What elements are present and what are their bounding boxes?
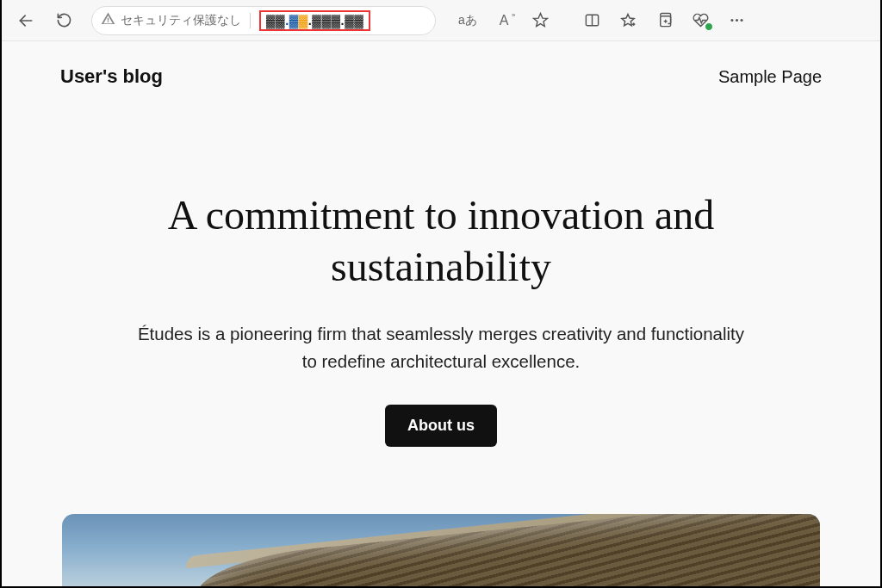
toolbar-right: aあ A»: [451, 5, 753, 36]
site-nav: Sample Page: [718, 67, 822, 87]
about-us-button[interactable]: About us: [385, 405, 497, 447]
site-title[interactable]: User's blog: [60, 65, 163, 88]
reading-mode-label: aあ: [458, 13, 477, 28]
font-a-icon: A»: [500, 13, 509, 28]
svg-point-10: [730, 19, 733, 22]
hero-heading: A commitment to innovation and sustainab…: [53, 189, 829, 293]
svg-marker-4: [622, 14, 634, 25]
browser-toolbar: セキュリティ保護なし ▓▓.▓▓.▓▓▓.▓▓ aあ A»: [2, 0, 880, 41]
hero-section: A commitment to innovation and sustainab…: [2, 95, 880, 447]
hero-image: [62, 514, 820, 588]
collections-icon: [656, 12, 673, 28]
address-bar[interactable]: セキュリティ保護なし ▓▓.▓▓.▓▓▓.▓▓: [91, 6, 436, 35]
warning-triangle-icon: [101, 11, 115, 29]
site-header: User's blog Sample Page: [2, 41, 880, 95]
hero-subheading: Études is a pioneering firm that seamles…: [131, 320, 751, 375]
more-menu-button[interactable]: [720, 5, 753, 36]
favorites-list-button[interactable]: [612, 5, 644, 36]
refresh-button[interactable]: [47, 5, 81, 36]
status-dot-icon: [705, 22, 713, 31]
split-screen-button[interactable]: [575, 5, 608, 36]
security-warning-text: セキュリティ保護なし: [121, 13, 241, 28]
address-divider: [250, 13, 251, 28]
star-plus-icon: [619, 12, 637, 29]
svg-point-11: [735, 19, 737, 22]
ellipsis-icon: [729, 12, 745, 28]
back-button[interactable]: [9, 5, 43, 36]
svg-point-12: [740, 19, 742, 22]
refresh-icon: [56, 12, 72, 28]
reading-mode-button[interactable]: aあ: [451, 5, 484, 36]
svg-marker-1: [533, 14, 547, 27]
read-aloud-button[interactable]: A»: [488, 5, 520, 36]
collections-button[interactable]: [648, 5, 680, 36]
star-icon: [532, 12, 549, 28]
url-display: ▓▓.▓▓.▓▓▓.▓▓: [259, 10, 370, 31]
favorite-button[interactable]: [524, 5, 556, 36]
split-screen-icon: [584, 12, 600, 28]
performance-button[interactable]: [684, 5, 717, 36]
arrow-left-icon: [17, 12, 34, 29]
page-content: User's blog Sample Page A commitment to …: [2, 41, 880, 588]
nav-sample-page[interactable]: Sample Page: [718, 67, 822, 86]
security-warning[interactable]: セキュリティ保護なし: [101, 11, 241, 29]
